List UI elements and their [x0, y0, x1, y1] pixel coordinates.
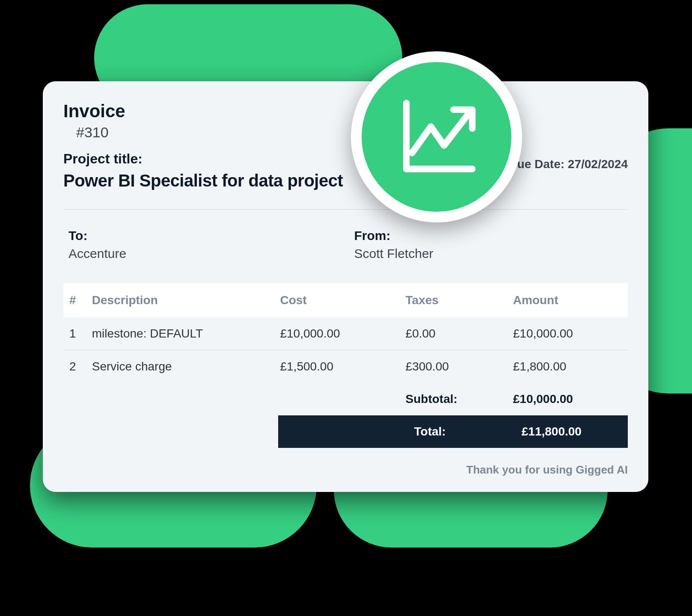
subtotal-value: £10,000.00	[511, 383, 628, 415]
col-cost: Cost	[278, 283, 404, 317]
cell-idx: 2	[63, 350, 90, 383]
subtotal-label: Subtotal:	[404, 383, 511, 415]
col-description: Description	[90, 283, 279, 317]
from-value: Scott Fletcher	[354, 246, 623, 261]
to-label: To:	[68, 228, 337, 243]
to-block: To: Accenture	[68, 228, 337, 261]
invoice-header: Invoice #310 Project title: Power BI Spe…	[63, 101, 628, 190]
divider	[63, 209, 628, 210]
table-row: 2 Service charge £1,500.00 £300.00 £1,80…	[63, 350, 628, 383]
col-idx: #	[63, 283, 90, 317]
invoice-card: Invoice #310 Project title: Power BI Spe…	[43, 81, 648, 492]
cell-description: milestone: DEFAULT	[90, 317, 279, 350]
line-items-table: # Description Cost Taxes Amount 1 milest…	[63, 283, 628, 448]
parties: To: Accenture From: Scott Fletcher	[63, 228, 628, 261]
table-header-row: # Description Cost Taxes Amount	[63, 283, 628, 317]
from-label: From:	[354, 228, 623, 243]
total-row: Total: £11,800.00	[63, 415, 628, 448]
cell-amount: £1,800.00	[511, 350, 628, 383]
to-value: Accenture	[68, 246, 337, 261]
issue-date-value: 27/02/2024	[568, 157, 628, 171]
chart-badge	[351, 51, 522, 222]
col-amount: Amount	[511, 283, 628, 317]
cell-taxes: £300.00	[404, 350, 511, 383]
stage: Invoice #310 Project title: Power BI Spe…	[0, 0, 692, 616]
footer-thanks: Thank you for using Gigged AI	[63, 463, 628, 477]
issue-date: Issue Date: 27/02/2024	[501, 157, 628, 171]
total-label: Total:	[404, 415, 511, 448]
cell-taxes: £0.00	[404, 317, 511, 350]
subtotal-row: Subtotal: £10,000.00	[63, 383, 628, 415]
cell-description: Service charge	[90, 350, 279, 383]
total-value: £11,800.00	[511, 415, 628, 448]
cell-idx: 1	[63, 317, 90, 350]
cell-cost: £1,500.00	[278, 350, 404, 383]
from-block: From: Scott Fletcher	[354, 228, 623, 261]
chart-growth-icon	[389, 89, 484, 185]
chart-badge-inner	[362, 62, 511, 212]
cell-cost: £10,000.00	[278, 317, 404, 350]
table-row: 1 milestone: DEFAULT £10,000.00 £0.00 £1…	[63, 317, 628, 350]
col-taxes: Taxes	[404, 283, 511, 317]
cell-amount: £10,000.00	[511, 317, 628, 350]
